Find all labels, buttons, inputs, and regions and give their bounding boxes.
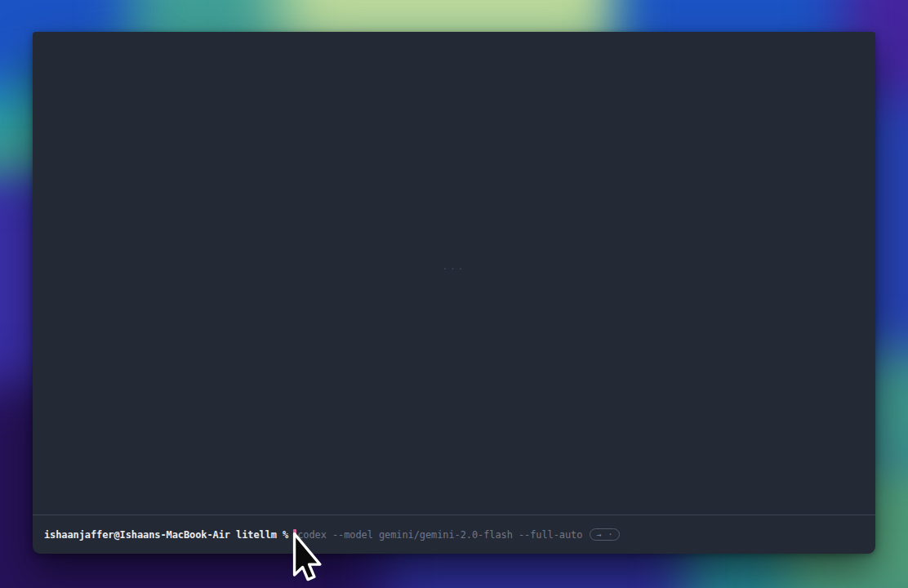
terminal-prompt-row[interactable]: ishaanjaffer@Ishaans-MacBook-Air litellm…: [33, 515, 875, 554]
scrollback-ellipsis: ···: [443, 264, 466, 274]
accept-suggestion-hint-badge: → ·: [590, 528, 620, 541]
text-cursor: [293, 529, 296, 541]
command-autosuggestion: codex --model gemini/gemini-2.0-flash --…: [297, 528, 582, 541]
terminal-window[interactable]: ··· ishaanjaffer@Ishaans-MacBook-Air lit…: [33, 32, 875, 554]
terminal-scrollback-area[interactable]: ···: [33, 32, 875, 515]
shell-prompt: ishaanjaffer@Ishaans-MacBook-Air litellm…: [44, 528, 288, 541]
